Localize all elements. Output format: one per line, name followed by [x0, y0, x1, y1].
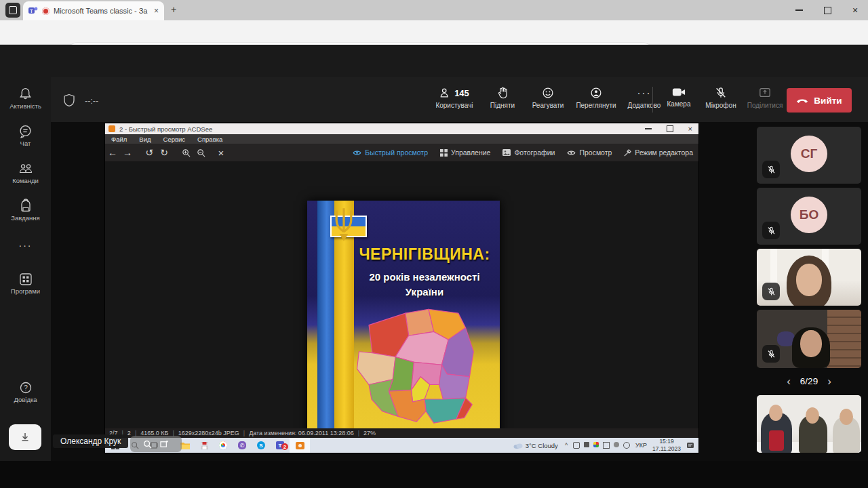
menu-view[interactable]: Вид [139, 136, 151, 143]
avatar: БО [791, 197, 827, 233]
shared-weather-text[interactable]: 3°C Cloudy [526, 442, 558, 449]
react-control[interactable]: Реагувати [526, 87, 570, 109]
mic-control[interactable]: Мікрофон [699, 87, 743, 109]
participants-pagination: ‹ 6/29 › [757, 372, 861, 390]
tab-edit-mode[interactable]: Режим редактора [624, 148, 693, 157]
browser-address-bar: ← ↻ https://teams.microsoft.com/_#/moder… [0, 20, 868, 45]
raise-hand-control[interactable]: Підняти [482, 87, 523, 109]
window-minimize-button[interactable] [785, 0, 812, 20]
shared-tray-chevron[interactable]: ^ [565, 442, 568, 449]
download-app-button[interactable] [9, 424, 41, 450]
download-icon [20, 432, 31, 443]
eye-icon [353, 150, 361, 156]
share-zoom-controls[interactable] [130, 436, 182, 452]
zoom-out-icon[interactable] [193, 148, 208, 157]
camera-control[interactable]: Камера [660, 87, 698, 108]
tab-manage[interactable]: Управление [440, 148, 490, 157]
toolbar-back-icon[interactable]: ← [105, 147, 120, 158]
browser-tab-strip: T Microsoft Teams classic - За × + × [0, 0, 868, 20]
rotate-right-icon[interactable]: ↻ [157, 147, 172, 158]
sidebar-item-assignments[interactable]: Завдання [0, 199, 51, 222]
participant-video-tile[interactable] [757, 395, 861, 453]
shared-notifications-icon[interactable] [686, 442, 694, 449]
sidebar-item-apps[interactable]: Програми [0, 272, 51, 295]
shared-save-app-icon[interactable] [195, 442, 214, 449]
page-indicator: 6/29 [800, 376, 818, 386]
tools-icon [624, 149, 631, 157]
book-cover: ЧЕРНІГІВЩИНА: 20 років незалежності Укра… [307, 201, 500, 428]
teams-favicon: T [28, 6, 38, 16]
status-zoom-level: 27% [354, 430, 376, 436]
magnifier-icon[interactable] [143, 440, 152, 449]
toolbar-close-icon[interactable]: × [214, 147, 229, 159]
call-header: --:-- 145 Користувачі Підняти Реагувати … [51, 77, 868, 122]
zoom-in-icon[interactable] [178, 148, 193, 157]
bell-icon [18, 87, 33, 101]
sidebar-more-icon[interactable]: ··· [0, 240, 51, 251]
sidebar-item-teams[interactable]: Команди [0, 161, 51, 184]
tab-workspaces-icon[interactable] [5, 3, 20, 18]
fit-to-frame-icon[interactable] [160, 440, 170, 449]
acdsee-close-icon[interactable]: × [688, 125, 692, 133]
grid-icon [440, 149, 448, 157]
svg-text:?: ? [24, 384, 28, 392]
acdsee-app-icon [108, 125, 115, 132]
leave-button[interactable]: Вийти [787, 88, 852, 113]
sidebar-item-help[interactable]: ? Довідка [0, 381, 51, 403]
page-previous-icon[interactable]: ‹ [787, 375, 791, 387]
raise-hand-icon [497, 87, 509, 99]
presenter-name-pill: Олександр Крук [53, 434, 128, 448]
participants-icon [439, 87, 452, 99]
browser-tab-teams[interactable]: T Microsoft Teams classic - За × [23, 1, 164, 20]
new-tab-button[interactable]: + [171, 4, 176, 15]
view-control[interactable]: Переглянути [572, 87, 620, 109]
tab-photos[interactable]: Фотографии [502, 148, 555, 157]
tab-title: Microsoft Teams classic - За [54, 7, 150, 15]
sidebar-item-chat[interactable]: Чат [0, 124, 51, 147]
camera-icon [672, 87, 686, 98]
mic-off-icon [767, 226, 776, 235]
mic-muted-badge [762, 283, 780, 300]
menu-file[interactable]: Файл [111, 136, 127, 143]
menu-help[interactable]: Справка [197, 136, 222, 143]
people-control[interactable]: 145 Користувачі [429, 87, 479, 109]
shared-weather-icon [513, 443, 523, 449]
shared-skype-icon[interactable]: S [252, 441, 271, 449]
screen: T Microsoft Teams classic - За × + × ← ↻… [0, 0, 868, 488]
participant-tile-sg[interactable]: СГ [757, 127, 861, 184]
participant-video-tile[interactable] [757, 249, 861, 306]
participant-tile-bo[interactable]: БО [757, 188, 861, 245]
mic-off-icon [767, 350, 776, 359]
sidebar-item-activity[interactable]: Активність [0, 87, 51, 110]
shared-acdsee-icon[interactable] [290, 438, 310, 453]
acdsee-toolbar: ← → ↺ ↻ × Быстрый просмотр Управление Фо… [105, 144, 698, 161]
acdsee-status-bar: 2/7 2 4165.0 КБ 1629x2280x24b JPEG Дата … [105, 428, 698, 438]
view-icon [590, 87, 602, 99]
menu-service[interactable]: Сервис [163, 136, 186, 143]
teams-left-rail: Активність Чат Команди Завдання ··· Прог… [0, 77, 51, 461]
window-maximize-button[interactable] [814, 0, 841, 20]
window-close-button[interactable]: × [842, 0, 868, 20]
shared-tray-icons[interactable] [573, 442, 630, 449]
mic-muted-badge [762, 345, 780, 363]
windows-taskbar: Пошук 31 zoom ✆ 3°C ^ [0, 461, 868, 488]
acdsee-minimize-icon[interactable] [645, 128, 652, 129]
toolbar-forward-icon[interactable]: → [120, 147, 135, 158]
tab-close-icon[interactable]: × [154, 6, 159, 16]
tab-quick-view[interactable]: Быстрый просмотр [353, 148, 428, 157]
shared-chrome-icon[interactable] [214, 441, 233, 449]
svg-text:T: T [30, 9, 33, 14]
mic-off-icon [767, 165, 776, 174]
smiley-icon [542, 87, 554, 99]
participant-video-tile[interactable] [757, 310, 861, 368]
acdsee-window-title: 2 - Быстрый просмотр ACDSee [119, 125, 641, 133]
shared-language[interactable]: УКР [635, 442, 647, 449]
shared-clock[interactable]: 15:19 17.11.2023 [652, 438, 681, 453]
shared-viber-icon[interactable]: ✆ [233, 441, 252, 449]
acdsee-maximize-icon[interactable] [667, 125, 673, 132]
rotate-left-icon[interactable]: ↺ [142, 147, 157, 158]
shared-teams-icon[interactable]: T 2 [271, 441, 290, 449]
page-next-icon[interactable]: › [827, 375, 831, 387]
mic-muted-badge [762, 222, 780, 239]
tab-viewer[interactable]: Просмотр [567, 148, 612, 157]
